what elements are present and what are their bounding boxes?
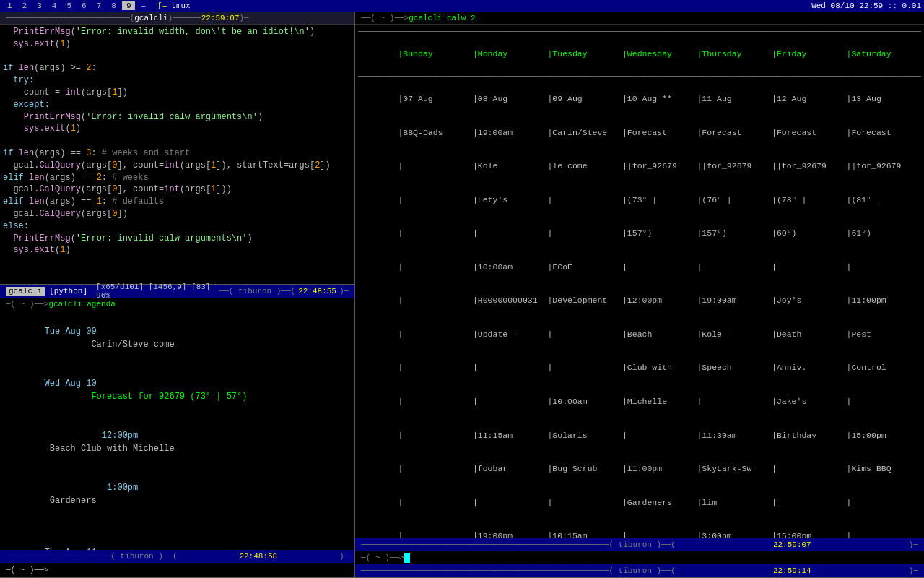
tmux-indicator: [= — [157, 1, 167, 10]
tmux-tab-9[interactable]: 9 — [122, 1, 136, 10]
cal-week1-row3: | |Lety's | |(73° | |(76° | |(78° | |(81… — [355, 183, 924, 217]
cal-week1-row11: | |foobar |Bug Scrub |11:00pm |SkyLark-S… — [355, 452, 924, 486]
agenda-spacer-1 — [0, 520, 354, 533]
code-line-5: try: — [0, 74, 354, 87]
agenda-line-wed-1: 12:00pm Beach Club with Michelle — [0, 416, 354, 468]
right-bottom-title: ─( ~ )──> — [355, 551, 924, 564]
tmux-tab-2[interactable]: 2 — [18, 1, 32, 10]
cal-week1-row9: | | |10:00am |Michelle | |Jake's | — [355, 385, 924, 419]
right-bot-time: 22:59:14 — [773, 566, 811, 575]
tmux-tab-3[interactable]: 3 — [32, 1, 46, 10]
cal-week1-row6: | |H00000000031 |Development |12:00pm |1… — [355, 284, 924, 318]
cal-sep-2: ────────────────────────────────────────… — [355, 71, 924, 82]
right-bot-sep-l: ────────────────────────────────────────… — [361, 566, 676, 575]
right-status-sep-l: ────────────────────────────────────────… — [361, 540, 676, 549]
agenda-line-wed-2: 1:00pm Gardeners — [0, 468, 354, 520]
calendar-pane: ────────────────────────────────────────… — [355, 25, 924, 538]
left-top-host: gcalcli — [134, 14, 167, 22]
cal-week1-row12: | | | |Gardeners |lim | | — [355, 486, 924, 519]
tmux-program-label: tmux — [171, 1, 190, 10]
left-pane: ──────────────────────────( gcalcli )───… — [0, 12, 355, 577]
right-command: gcalcli calw 2 — [409, 14, 475, 22]
code-line-4: if len(args) >= 2: — [0, 62, 354, 74]
cal-week1-row13: | |19:00pm |10:15am | |3:00pm |15:00pm | — [355, 519, 924, 538]
main-container: ──────────────────────────( gcalcli )───… — [0, 12, 924, 577]
agenda-status-sep-r: )─ — [339, 552, 349, 561]
cal-week1-row8: | | | |Club with |Speech |Anniv. |Contro… — [355, 351, 924, 385]
cal-week1-row5: | |10:00am |FCoE | | | | — [355, 250, 924, 284]
agenda-line-tue: Tue Aug 09 Carin/Steve come — [0, 312, 354, 364]
cal-sep-top: ────────────────────────────────────────… — [355, 26, 924, 38]
code-line-18: PrintErrMsg('Error: invalid calw argumen… — [0, 233, 354, 245]
agenda-command: gcalcli agenda — [48, 300, 115, 309]
code-line-9: sys.exit(1) — [0, 123, 354, 135]
code-line-13: elif len(args) == 2: # weeks — [0, 172, 354, 184]
agenda-line-wed-date: Wed Aug 10 Forecast for 92679 (73° | 57°… — [0, 364, 354, 416]
right-pane: ──( ~ )──> gcalcli calw 2 ──────────────… — [355, 12, 924, 577]
agenda-line-thu-date: Thu Aug 11 Forecast for 92679 (76° | 57°… — [0, 533, 354, 550]
cal-week1-row7: | |Update - | |Beach |Kole - |Death |Pes… — [355, 317, 924, 351]
tmux-tab-7[interactable]: 7 — [92, 1, 106, 10]
tmux-tab-list: 1 2 3 4 5 6 7 8 9 = [= tmux — [3, 1, 811, 10]
agenda-statusbar: ──────────────────────( tiburon )──( 22:… — [0, 550, 354, 563]
code-line-19: sys.exit(1) — [0, 244, 354, 256]
code-line-1: PrintErrMsg('Error: invalid width, don\'… — [0, 26, 354, 38]
code-editor-filename: gcalcli — [6, 287, 45, 296]
code-line-11: if len(args) == 3: # weeks and start — [0, 147, 354, 160]
tmux-tab-1[interactable]: 1 — [3, 1, 17, 10]
agenda-time: 22:48:58 — [239, 552, 277, 561]
tmux-tab-8[interactable]: 8 — [107, 1, 121, 10]
right-top-title-bar: ──( ~ )──> gcalcli calw 2 — [355, 12, 924, 25]
right-bot-sep-r: )─ — [909, 566, 918, 575]
tmux-top-bar: 1 2 3 4 5 6 7 8 9 = [= tmux Wed 08/10 22… — [0, 0, 924, 12]
code-line-7: except: — [0, 99, 354, 111]
cal-week1-row1: |BBQ-Dads |19:00am |Carin/Steve |Forecas… — [355, 116, 924, 150]
code-line-6: count = int(args[1]) — [0, 87, 354, 99]
agenda-status-sep-l: ──────────────────────( tiburon )──( — [6, 552, 178, 561]
code-line-14: gcal.CalQuery(args[0], count=int(args[1]… — [0, 184, 354, 196]
code-line-16: gcal.CalQuery(args[0]) — [0, 208, 354, 220]
right-bottom-statusbar: ────────────────────────────────────────… — [355, 564, 924, 577]
left-bottom-prompt: ─( ~ )──> — [0, 563, 354, 577]
agenda-title-bar: ─( ~ )──> gcalcli agenda — [0, 298, 354, 311]
left-top-time-right: 22:59:07 — [201, 14, 240, 22]
code-line-17: else: — [0, 220, 354, 233]
code-line-10 — [0, 135, 354, 147]
code-line-2: sys.exit(1) — [0, 38, 354, 51]
code-editor-close: )─ — [339, 287, 349, 296]
code-editor-host-sep: ──( tiburon )──( — [219, 287, 296, 296]
terminal-cursor — [404, 553, 410, 563]
cal-week1-dates: |07 Aug |08 Aug |09 Aug |10 Aug ** |11 A… — [355, 82, 924, 116]
tmux-datetime: Wed 08/10 22:59 :: 0.01 — [811, 1, 921, 10]
tmux-tab-eq[interactable]: = — [136, 1, 150, 10]
right-top-statusbar: ────────────────────────────────────────… — [355, 538, 924, 551]
right-top-time: 22:59:07 — [773, 540, 811, 549]
code-line-12: gcal.CalQuery(args[0], count=int(args[1]… — [0, 160, 354, 172]
code-line-8: PrintErrMsg('Error: invalid calw argumen… — [0, 111, 354, 124]
right-status-sep-r: )─ — [909, 540, 918, 549]
code-line-15: elif len(args) == 1: # defaults — [0, 196, 354, 208]
cal-week1-row10: | |11:15am |Solaris | |11:30am |Birthday… — [355, 418, 924, 452]
code-editor: PrintErrMsg('Error: invalid width, don\'… — [0, 25, 354, 285]
cal-week1-row4: | | | |157°) |157°) |60°) |61°) — [355, 217, 924, 251]
agenda-pane: Tue Aug 09 Carin/Steve come Wed Aug 10 F… — [0, 311, 354, 550]
cal-week1-row2: | |Kole |le come ||for_92679 ||for_92679… — [355, 150, 924, 184]
code-line-3 — [0, 51, 354, 63]
cal-header: |Sunday |Monday |Tuesday |Wednesday |Thu… — [355, 38, 924, 72]
tmux-tab-6[interactable]: 6 — [77, 1, 91, 10]
left-top-title-bar: ──────────────────────────( gcalcli )───… — [0, 12, 354, 25]
tmux-tab-4[interactable]: 4 — [48, 1, 61, 10]
code-editor-statusbar: gcalcli [python] [x65/d101] [1456,9] [83… — [0, 285, 354, 298]
left-prompt-text: ─( ~ )──> — [6, 566, 48, 574]
tmux-tab-5[interactable]: 5 — [62, 1, 76, 10]
code-editor-mode: [python] — [49, 287, 87, 296]
code-editor-time: 22:48:55 — [298, 287, 336, 296]
